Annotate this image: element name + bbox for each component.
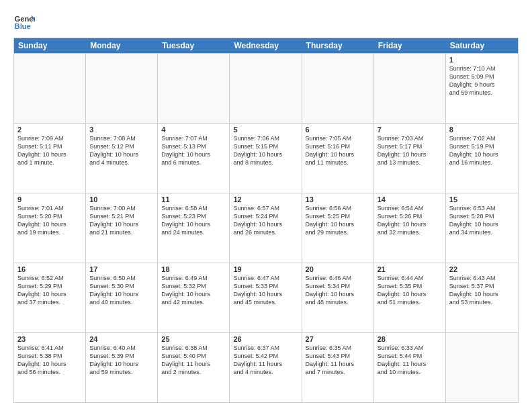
day-cell-27: 27Sunrise: 6:35 AM Sunset: 5:43 PM Dayli…	[302, 333, 374, 402]
day-text: Sunrise: 6:58 AM Sunset: 5:23 PM Dayligh…	[161, 204, 226, 237]
day-cell-28: 28Sunrise: 6:33 AM Sunset: 5:44 PM Dayli…	[374, 333, 446, 402]
day-cell-20: 20Sunrise: 6:46 AM Sunset: 5:34 PM Dayli…	[302, 263, 374, 332]
day-cell-19: 19Sunrise: 6:47 AM Sunset: 5:33 PM Dayli…	[230, 263, 302, 332]
day-number: 5	[233, 126, 298, 134]
day-text: Sunrise: 7:00 AM Sunset: 5:21 PM Dayligh…	[89, 204, 154, 237]
calendar-header: SundayMondayTuesdayWednesdayThursdayFrid…	[14, 38, 518, 53]
day-text: Sunrise: 7:03 AM Sunset: 5:17 PM Dayligh…	[378, 134, 442, 167]
day-text: Sunrise: 6:57 AM Sunset: 5:24 PM Dayligh…	[233, 204, 298, 237]
day-cell-22: 22Sunrise: 6:43 AM Sunset: 5:37 PM Dayli…	[446, 263, 518, 332]
day-text: Sunrise: 7:02 AM Sunset: 5:19 PM Dayligh…	[449, 134, 515, 167]
day-text: Sunrise: 6:41 AM Sunset: 5:38 PM Dayligh…	[17, 344, 82, 377]
day-cell-8: 8Sunrise: 7:02 AM Sunset: 5:19 PM Daylig…	[446, 124, 518, 193]
day-cell-10: 10Sunrise: 7:00 AM Sunset: 5:21 PM Dayli…	[86, 193, 158, 263]
header-cell-wednesday: Wednesday	[230, 38, 302, 53]
day-cell-21: 21Sunrise: 6:44 AM Sunset: 5:35 PM Dayli…	[374, 263, 446, 332]
day-text: Sunrise: 6:38 AM Sunset: 5:40 PM Dayligh…	[161, 344, 226, 377]
day-text: Sunrise: 6:33 AM Sunset: 5:44 PM Dayligh…	[378, 344, 442, 377]
day-text: Sunrise: 6:52 AM Sunset: 5:29 PM Dayligh…	[17, 274, 82, 307]
logo: General Blue	[13, 11, 38, 32]
day-text: Sunrise: 6:56 AM Sunset: 5:25 PM Dayligh…	[306, 204, 370, 237]
calendar-row-3: 16Sunrise: 6:52 AM Sunset: 5:29 PM Dayli…	[14, 263, 518, 332]
day-cell-15: 15Sunrise: 6:53 AM Sunset: 5:28 PM Dayli…	[446, 193, 518, 263]
day-text: Sunrise: 7:01 AM Sunset: 5:20 PM Dayligh…	[17, 204, 82, 237]
day-text: Sunrise: 6:46 AM Sunset: 5:34 PM Dayligh…	[306, 274, 370, 307]
header-cell-tuesday: Tuesday	[158, 38, 230, 53]
day-text: Sunrise: 6:53 AM Sunset: 5:28 PM Dayligh…	[449, 204, 515, 237]
day-number: 12	[233, 195, 298, 203]
day-number: 6	[306, 126, 370, 134]
page: General Blue SundayMondayTuesdayWednesda…	[0, 0, 532, 411]
day-cell-5: 5Sunrise: 7:06 AM Sunset: 5:15 PM Daylig…	[230, 124, 302, 193]
day-number: 24	[89, 335, 154, 343]
empty-cell-0-3	[230, 54, 302, 123]
day-text: Sunrise: 7:09 AM Sunset: 5:11 PM Dayligh…	[17, 134, 82, 167]
day-cell-3: 3Sunrise: 7:08 AM Sunset: 5:12 PM Daylig…	[86, 124, 158, 193]
day-cell-23: 23Sunrise: 6:41 AM Sunset: 5:38 PM Dayli…	[14, 333, 86, 402]
day-cell-25: 25Sunrise: 6:38 AM Sunset: 5:40 PM Dayli…	[158, 333, 230, 402]
empty-cell-0-4	[302, 54, 374, 123]
day-text: Sunrise: 6:50 AM Sunset: 5:30 PM Dayligh…	[89, 274, 154, 307]
day-text: Sunrise: 7:08 AM Sunset: 5:12 PM Dayligh…	[89, 134, 154, 167]
day-cell-17: 17Sunrise: 6:50 AM Sunset: 5:30 PM Dayli…	[86, 263, 158, 332]
day-text: Sunrise: 7:06 AM Sunset: 5:15 PM Dayligh…	[233, 134, 298, 167]
header-cell-thursday: Thursday	[302, 38, 374, 53]
empty-cell-0-5	[374, 54, 446, 123]
calendar-row-4: 23Sunrise: 6:41 AM Sunset: 5:38 PM Dayli…	[14, 332, 518, 402]
day-cell-4: 4Sunrise: 7:07 AM Sunset: 5:13 PM Daylig…	[158, 124, 230, 193]
day-number: 25	[161, 335, 226, 343]
day-number: 13	[306, 195, 370, 203]
day-cell-7: 7Sunrise: 7:03 AM Sunset: 5:17 PM Daylig…	[374, 124, 446, 193]
day-cell-16: 16Sunrise: 6:52 AM Sunset: 5:29 PM Dayli…	[14, 263, 86, 332]
day-text: Sunrise: 6:43 AM Sunset: 5:37 PM Dayligh…	[449, 274, 515, 307]
empty-cell-0-2	[158, 54, 230, 123]
day-number: 11	[161, 195, 226, 203]
header-cell-friday: Friday	[374, 38, 446, 53]
day-cell-12: 12Sunrise: 6:57 AM Sunset: 5:24 PM Dayli…	[230, 193, 302, 263]
day-number: 10	[89, 195, 154, 203]
day-cell-26: 26Sunrise: 6:37 AM Sunset: 5:42 PM Dayli…	[230, 333, 302, 402]
day-number: 9	[17, 195, 82, 203]
day-number: 2	[17, 126, 82, 134]
day-text: Sunrise: 6:54 AM Sunset: 5:26 PM Dayligh…	[378, 204, 442, 237]
day-number: 28	[378, 335, 442, 343]
day-cell-24: 24Sunrise: 6:40 AM Sunset: 5:39 PM Dayli…	[86, 333, 158, 402]
empty-cell-4-6	[446, 333, 518, 402]
day-text: Sunrise: 6:49 AM Sunset: 5:32 PM Dayligh…	[161, 274, 226, 307]
calendar: SundayMondayTuesdayWednesdayThursdayFrid…	[13, 38, 519, 403]
calendar-row-1: 2Sunrise: 7:09 AM Sunset: 5:11 PM Daylig…	[14, 123, 518, 193]
day-number: 14	[378, 195, 442, 203]
day-cell-14: 14Sunrise: 6:54 AM Sunset: 5:26 PM Dayli…	[374, 193, 446, 263]
day-number: 16	[17, 265, 82, 273]
header-cell-sunday: Sunday	[14, 38, 86, 53]
header-cell-saturday: Saturday	[446, 38, 518, 53]
day-number: 8	[449, 126, 515, 134]
day-number: 26	[233, 335, 298, 343]
day-cell-2: 2Sunrise: 7:09 AM Sunset: 5:11 PM Daylig…	[14, 124, 86, 193]
day-number: 15	[449, 195, 515, 203]
day-text: Sunrise: 7:07 AM Sunset: 5:13 PM Dayligh…	[161, 134, 226, 167]
day-number: 22	[449, 265, 515, 273]
day-text: Sunrise: 6:44 AM Sunset: 5:35 PM Dayligh…	[378, 274, 442, 307]
empty-cell-0-0	[14, 54, 86, 123]
day-cell-9: 9Sunrise: 7:01 AM Sunset: 5:20 PM Daylig…	[14, 193, 86, 263]
calendar-row-2: 9Sunrise: 7:01 AM Sunset: 5:20 PM Daylig…	[14, 193, 518, 263]
day-number: 4	[161, 126, 226, 134]
day-text: Sunrise: 6:35 AM Sunset: 5:43 PM Dayligh…	[306, 344, 370, 377]
day-cell-13: 13Sunrise: 6:56 AM Sunset: 5:25 PM Dayli…	[302, 193, 374, 263]
day-cell-18: 18Sunrise: 6:49 AM Sunset: 5:32 PM Dayli…	[158, 263, 230, 332]
header: General Blue	[13, 11, 519, 32]
day-text: Sunrise: 7:05 AM Sunset: 5:16 PM Dayligh…	[306, 134, 370, 167]
day-number: 17	[89, 265, 154, 273]
day-number: 27	[306, 335, 370, 343]
day-text: Sunrise: 6:47 AM Sunset: 5:33 PM Dayligh…	[233, 274, 298, 307]
header-cell-monday: Monday	[86, 38, 158, 53]
day-number: 23	[17, 335, 82, 343]
calendar-row-0: 1Sunrise: 7:10 AM Sunset: 5:09 PM Daylig…	[14, 53, 518, 123]
day-number: 3	[89, 126, 154, 134]
day-number: 21	[378, 265, 442, 273]
day-number: 20	[306, 265, 370, 273]
day-cell-1: 1Sunrise: 7:10 AM Sunset: 5:09 PM Daylig…	[446, 54, 518, 123]
day-number: 18	[161, 265, 226, 273]
day-number: 19	[233, 265, 298, 273]
